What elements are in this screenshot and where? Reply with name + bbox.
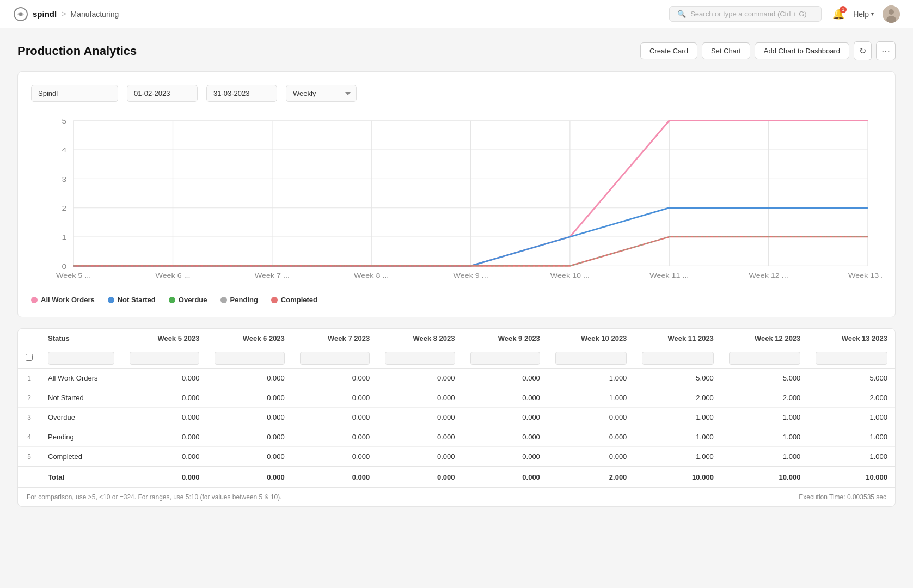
row-w13-1: 5.000 bbox=[808, 369, 895, 388]
row-w6-4: 0.000 bbox=[207, 427, 292, 447]
col-header-w8: Week 8 2023 bbox=[377, 329, 462, 348]
w12-filter-input[interactable] bbox=[729, 352, 801, 365]
row-status-2: Not Started bbox=[40, 388, 122, 408]
row-w6-2: 0.000 bbox=[207, 388, 292, 408]
table-row: 5 Completed 0.000 0.000 0.000 0.000 0.00… bbox=[18, 447, 895, 467]
filter-cell-w12 bbox=[721, 348, 808, 369]
interval-select[interactable]: Weekly Daily Monthly bbox=[286, 85, 357, 102]
total-w11: 10.000 bbox=[634, 467, 721, 487]
w6-filter-input[interactable] bbox=[215, 352, 284, 365]
notification-bell[interactable]: 🔔 1 bbox=[832, 8, 844, 20]
svg-text:Week 12 ...: Week 12 ... bbox=[749, 272, 788, 279]
legend-dot-all-work-orders bbox=[31, 297, 38, 303]
add-chart-button[interactable]: Add Chart to Dashboard bbox=[755, 42, 849, 59]
row-w6-1: 0.000 bbox=[207, 369, 292, 388]
notification-badge: 1 bbox=[840, 6, 847, 13]
filter-cell-w5 bbox=[122, 348, 207, 369]
logo[interactable]: spindl bbox=[13, 7, 57, 22]
row-w10-1: 1.000 bbox=[548, 369, 635, 388]
row-w9-1: 0.000 bbox=[463, 369, 548, 388]
date-from-filter[interactable] bbox=[127, 85, 198, 102]
col-header-w5: Week 5 2023 bbox=[122, 329, 207, 348]
row-w10-5: 0.000 bbox=[548, 447, 635, 467]
table-header-row: Status Week 5 2023 Week 6 2023 Week 7 20… bbox=[18, 329, 895, 348]
legend-item-overdue: Overdue bbox=[169, 296, 207, 304]
status-filter-input[interactable] bbox=[48, 352, 114, 365]
row-w5-3: 0.000 bbox=[122, 408, 207, 427]
w9-filter-input[interactable] bbox=[470, 352, 540, 365]
row-status-3: Overdue bbox=[40, 408, 122, 427]
w5-filter-input[interactable] bbox=[130, 352, 199, 365]
logo-icon bbox=[13, 7, 28, 22]
row-w8-2: 0.000 bbox=[377, 388, 462, 408]
more-options-button[interactable]: ⋯ bbox=[876, 41, 896, 60]
table-row: 2 Not Started 0.000 0.000 0.000 0.000 0.… bbox=[18, 388, 895, 408]
svg-text:5: 5 bbox=[62, 117, 66, 125]
row-w10-3: 0.000 bbox=[548, 408, 635, 427]
set-chart-button[interactable]: Set Chart bbox=[702, 42, 750, 59]
svg-text:Week 11 ...: Week 11 ... bbox=[649, 272, 689, 279]
row-w9-2: 0.000 bbox=[463, 388, 548, 408]
row-w5-2: 0.000 bbox=[122, 388, 207, 408]
row-w5-1: 0.000 bbox=[122, 369, 207, 388]
row-w9-4: 0.000 bbox=[463, 427, 548, 447]
row-w11-1: 5.000 bbox=[634, 369, 721, 388]
row-num-2: 2 bbox=[18, 388, 40, 408]
svg-text:Week 10 ...: Week 10 ... bbox=[550, 272, 590, 279]
total-w13: 10.000 bbox=[808, 467, 895, 487]
date-to-filter[interactable] bbox=[206, 85, 277, 102]
row-w7-2: 0.000 bbox=[292, 388, 377, 408]
legend-label-overdue: Overdue bbox=[179, 296, 207, 304]
w7-filter-input[interactable] bbox=[300, 352, 370, 365]
row-w13-2: 2.000 bbox=[808, 388, 895, 408]
execution-time: Execution Time: 0.003535 sec bbox=[799, 493, 886, 501]
workspace-filter[interactable] bbox=[31, 85, 118, 102]
row-w7-3: 0.000 bbox=[292, 408, 377, 427]
svg-text:1: 1 bbox=[62, 234, 66, 241]
row-w12-3: 1.000 bbox=[721, 408, 808, 427]
row-w8-3: 0.000 bbox=[377, 408, 462, 427]
row-w8-4: 0.000 bbox=[377, 427, 462, 447]
filter-cell-w6 bbox=[207, 348, 292, 369]
legend-label-all-work-orders: All Work Orders bbox=[41, 296, 95, 304]
row-num-3: 3 bbox=[18, 408, 40, 427]
select-all-checkbox[interactable] bbox=[26, 354, 33, 361]
chart-area: 0 1 2 3 4 5 Week 5 ... Week 6 ... Week 7… bbox=[31, 115, 882, 289]
filter-cell-w9 bbox=[463, 348, 548, 369]
w11-filter-input[interactable] bbox=[642, 352, 714, 365]
table-total-row: Total 0.000 0.000 0.000 0.000 0.000 2.00… bbox=[18, 467, 895, 487]
total-w9: 0.000 bbox=[463, 467, 548, 487]
w8-filter-input[interactable] bbox=[385, 352, 455, 365]
svg-text:Week 6 ...: Week 6 ... bbox=[155, 272, 190, 279]
table-row: 4 Pending 0.000 0.000 0.000 0.000 0.000 … bbox=[18, 427, 895, 447]
table-footer: For comparison, use >5, <10 or =324. For… bbox=[18, 487, 895, 506]
help-label: Help bbox=[853, 10, 869, 19]
search-bar[interactable]: 🔍 Search or type a command (Ctrl + G) bbox=[669, 6, 822, 22]
row-w10-2: 1.000 bbox=[548, 388, 635, 408]
w13-filter-input[interactable] bbox=[816, 352, 887, 365]
row-status-4: Pending bbox=[40, 427, 122, 447]
svg-text:2: 2 bbox=[62, 204, 66, 212]
row-w12-1: 5.000 bbox=[721, 369, 808, 388]
search-placeholder: Search or type a command (Ctrl + G) bbox=[690, 10, 807, 18]
row-w11-3: 1.000 bbox=[634, 408, 721, 427]
row-w5-4: 0.000 bbox=[122, 427, 207, 447]
total-label: Total bbox=[40, 467, 122, 487]
topnav: spindl > Manufacturing 🔍 Search or type … bbox=[0, 0, 913, 28]
refresh-button[interactable]: ↻ bbox=[854, 41, 872, 60]
header-actions: Create Card Set Chart Add Chart to Dashb… bbox=[640, 41, 896, 60]
w10-filter-input[interactable] bbox=[555, 352, 627, 365]
user-avatar[interactable] bbox=[883, 5, 900, 23]
svg-text:3: 3 bbox=[62, 175, 66, 183]
legend-label-pending: Pending bbox=[230, 296, 258, 304]
create-card-button[interactable]: Create Card bbox=[640, 42, 697, 59]
row-w7-5: 0.000 bbox=[292, 447, 377, 467]
row-w11-5: 1.000 bbox=[634, 447, 721, 467]
filter-cell-num bbox=[18, 348, 40, 369]
col-header-w13: Week 13 2023 bbox=[808, 329, 895, 348]
legend-item-all-work-orders: All Work Orders bbox=[31, 296, 95, 304]
row-w12-4: 1.000 bbox=[721, 427, 808, 447]
help-menu[interactable]: Help ▾ bbox=[853, 10, 874, 19]
row-w9-5: 0.000 bbox=[463, 447, 548, 467]
table-filter-row bbox=[18, 348, 895, 369]
